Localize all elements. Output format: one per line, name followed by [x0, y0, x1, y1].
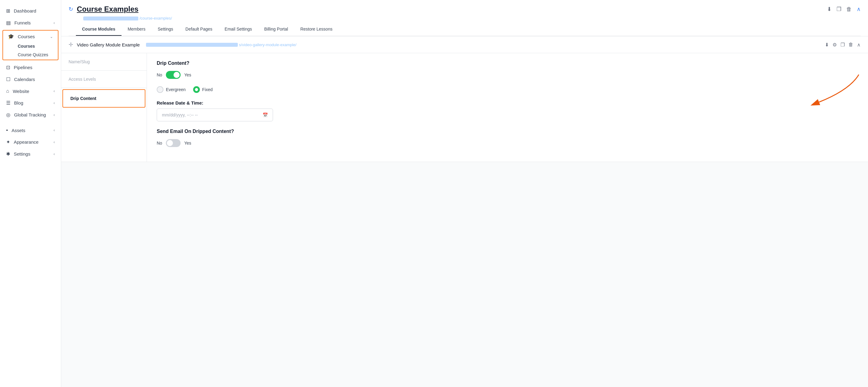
- tabs-bar: Course Modules Members Settings Default …: [68, 23, 861, 36]
- module-body: Name/Slug Access Levels Drip Content: [61, 53, 868, 162]
- tab-restore-lessons[interactable]: Restore Lessons: [294, 23, 339, 36]
- toggle-slider: [166, 71, 181, 79]
- left-panel-name-slug[interactable]: Name/Slug: [61, 53, 147, 71]
- fixed-radio-circle: [193, 86, 200, 93]
- tab-members[interactable]: Members: [122, 23, 152, 36]
- module-actions: ⬇ ⚙ ❐ 🗑 ∧: [825, 42, 861, 48]
- tab-billing-portal[interactable]: Billing Portal: [258, 23, 294, 36]
- pipelines-icon: ⊡: [6, 65, 10, 70]
- blog-icon: ☰: [6, 100, 10, 106]
- drip-content-section: Drip Content? No Yes: [157, 61, 858, 147]
- main-content: ↻ Course Examples ⬇ ❐ 🗑 ∧ /course-exampl…: [61, 0, 868, 387]
- left-panel-drip-content[interactable]: Drip Content: [62, 89, 145, 108]
- send-email-toggle[interactable]: [166, 139, 181, 147]
- collapse-icon[interactable]: ∧: [857, 6, 861, 12]
- send-email-toggle-row: No Yes: [157, 139, 858, 147]
- tab-settings[interactable]: Settings: [152, 23, 179, 36]
- release-date-label: Release Date & Time:: [157, 100, 858, 105]
- assets-icon: ▪: [6, 128, 8, 133]
- refresh-icon[interactable]: ↻: [68, 6, 73, 12]
- calendars-icon: ☐: [6, 76, 10, 82]
- send-email-no-label: No: [157, 141, 162, 145]
- module-delete-icon[interactable]: 🗑: [848, 42, 853, 47]
- sidebar-label-dashboard: Dashboard: [14, 8, 36, 13]
- sidebar-item-calendars[interactable]: ☐ Calendars: [0, 73, 61, 85]
- radio-fixed[interactable]: Fixed: [193, 86, 213, 93]
- sidebar-label-blog: Blog: [14, 100, 23, 105]
- sidebar-item-blog[interactable]: ☰ Blog ‹: [0, 97, 61, 109]
- sidebar-item-global-tracking[interactable]: ◎ Global Tracking ‹: [0, 109, 61, 121]
- delete-icon[interactable]: 🗑: [846, 6, 852, 12]
- page-title: Course Examples: [77, 5, 138, 13]
- copy-icon[interactable]: ❐: [836, 6, 841, 12]
- date-placeholder-text: mm/dd/yyyy, --:-- --: [162, 112, 198, 117]
- module-settings-icon[interactable]: ⚙: [833, 42, 837, 48]
- sidebar-label-calendars: Calendars: [14, 77, 35, 82]
- toggle-yes-label: Yes: [184, 72, 191, 77]
- sidebar-label-courses: Courses: [18, 34, 35, 39]
- sidebar-item-appearance[interactable]: ✦ Appearance ‹: [0, 136, 61, 148]
- send-email-section: Send Email On Dripped Content? No Yes: [157, 129, 858, 147]
- sidebar-label-assets: Assets: [12, 128, 25, 133]
- module-url-blur: [146, 43, 238, 47]
- left-panel-access-levels[interactable]: Access Levels: [61, 71, 147, 88]
- page-header: ↻ Course Examples ⬇ ❐ 🗑 ∧ /course-exampl…: [61, 0, 868, 36]
- module-url-text[interactable]: s/video-gallery-module-example/: [239, 42, 297, 47]
- sidebar-label-settings: Settings: [14, 151, 30, 156]
- funnels-icon: ▤: [6, 20, 11, 26]
- sidebar-sublabel-quizzes: Course Quizzes: [18, 52, 49, 57]
- website-icon: ⌂: [6, 89, 9, 94]
- sidebar-label-global-tracking: Global Tracking: [14, 112, 46, 117]
- sidebar-label-pipelines: Pipelines: [14, 65, 32, 70]
- module-copy-icon[interactable]: ❐: [840, 42, 845, 48]
- header-title-area: ↻ Course Examples: [68, 5, 138, 13]
- courses-icon: 🎓: [8, 34, 14, 39]
- drag-handle-icon[interactable]: ✛: [68, 41, 73, 48]
- download-icon[interactable]: ⬇: [827, 6, 832, 12]
- header-actions: ⬇ ❐ 🗑 ∧: [827, 6, 861, 12]
- tab-course-modules[interactable]: Course Modules: [76, 23, 122, 36]
- module-collapse-icon[interactable]: ∧: [857, 42, 861, 48]
- header-url: /course-examples/: [83, 16, 861, 21]
- tab-default-pages[interactable]: Default Pages: [179, 23, 219, 36]
- settings-chevron: ‹: [54, 152, 55, 156]
- evergreen-label: Evergreen: [166, 87, 186, 92]
- sidebar-label-website: Website: [13, 89, 29, 94]
- sidebar-item-funnels[interactable]: ▤ Funnels ‹: [0, 17, 61, 29]
- fixed-label: Fixed: [202, 87, 213, 92]
- sidebar-item-assets[interactable]: ▪ Assets ‹: [0, 125, 61, 136]
- send-email-yes-label: Yes: [184, 141, 191, 145]
- module-header-row: ✛ Video Gallery Module Example s/video-g…: [61, 36, 868, 53]
- drip-toggle[interactable]: [166, 71, 181, 79]
- sidebar-item-courses[interactable]: 🎓 Courses ⌄: [3, 31, 58, 42]
- drip-content-title: Drip Content?: [157, 61, 858, 66]
- sidebar-sublabel-courses: Courses: [18, 44, 35, 48]
- module-download-icon[interactable]: ⬇: [825, 42, 829, 48]
- date-input[interactable]: mm/dd/yyyy, --:-- -- 📅: [157, 108, 273, 121]
- website-chevron: ‹: [54, 89, 55, 93]
- global-tracking-icon: ◎: [6, 112, 10, 118]
- courses-chevron: ⌄: [50, 35, 53, 39]
- url-text[interactable]: /course-examples/: [140, 16, 172, 21]
- module-title: Video Gallery Module Example: [77, 42, 140, 47]
- send-email-title: Send Email On Dripped Content?: [157, 129, 858, 134]
- tab-email-settings[interactable]: Email Settings: [219, 23, 258, 36]
- module-url-area: s/video-gallery-module-example/: [144, 42, 821, 47]
- funnels-chevron: ‹: [54, 21, 55, 25]
- radio-row: Evergreen Fixed: [157, 86, 858, 93]
- sidebar-subitem-courses[interactable]: Courses: [3, 42, 58, 50]
- appearance-icon: ✦: [6, 139, 10, 145]
- radio-evergreen[interactable]: Evergreen: [157, 86, 186, 93]
- sidebar-item-dashboard[interactable]: ⊞ Dashboard: [0, 5, 61, 17]
- toggle-no-label: No: [157, 72, 162, 77]
- header-top-row: ↻ Course Examples ⬇ ❐ 🗑 ∧: [68, 5, 861, 13]
- courses-box: 🎓 Courses ⌄ Courses Course Quizzes: [2, 30, 58, 60]
- url-blur: [83, 16, 138, 21]
- send-email-toggle-slider: [166, 139, 181, 147]
- sidebar-subitem-quizzes[interactable]: Course Quizzes: [3, 50, 58, 59]
- sidebar-item-settings[interactable]: ✱ Settings ‹: [0, 148, 61, 160]
- sidebar-item-pipelines[interactable]: ⊡ Pipelines: [0, 62, 61, 73]
- sidebar-item-website[interactable]: ⌂ Website ‹: [0, 85, 61, 97]
- left-panel: Name/Slug Access Levels Drip Content: [61, 53, 147, 162]
- dashboard-icon: ⊞: [6, 8, 10, 14]
